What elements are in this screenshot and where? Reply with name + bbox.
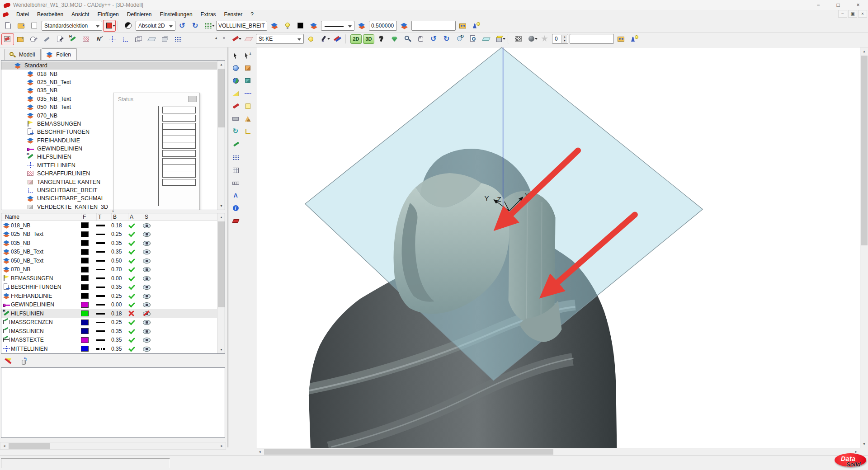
hidden-line-icon[interactable] [120,34,132,45]
orbit-zoom-icon[interactable] [454,33,466,44]
mdi-restore-button[interactable]: ▣ [848,10,857,18]
edit-icon[interactable] [41,34,53,45]
color-swatch[interactable] [81,267,89,273]
linetype-preview[interactable] [96,330,105,332]
clear-messages-icon[interactable] [3,356,14,367]
table-row[interactable]: 035_NB 0.35 [1,239,225,248]
apply-color-icon[interactable] [308,20,320,31]
scroll-right-icon[interactable]: ▸ [218,442,226,449]
visibility-mark[interactable] [143,319,150,325]
visibility-mark[interactable] [143,231,150,237]
visibility-mark[interactable] [143,240,150,246]
linetype-field[interactable]: VOLLLINIE_BREIT [216,21,267,31]
select-add-icon[interactable] [242,50,254,61]
tree-item[interactable]: 025_NB_Text [1,78,225,86]
scale-icon[interactable] [230,178,241,189]
menu-item[interactable]: Ansicht [67,10,93,19]
menu-item[interactable]: Fenster [220,10,247,19]
table-row[interactable] [1,353,225,354]
table-row[interactable]: 070_NB 0.70 [1,265,225,274]
tree-scrollbar[interactable]: ▴ ▾ [217,61,225,210]
active-mark[interactable] [128,328,135,334]
scroll-thumb[interactable] [218,69,225,127]
scroll-down-icon[interactable]: ▾ [860,440,868,448]
scroll-down-icon[interactable]: ▾ [217,202,225,210]
raster-icon[interactable] [172,34,184,45]
tree-root-row[interactable]: Standard [1,61,225,70]
sketch-tool-icon[interactable] [331,33,343,44]
detail-spinner[interactable]: 0 [552,34,568,44]
line-width-field[interactable]: 0.500000 [369,21,397,31]
undo-icon[interactable] [177,20,189,31]
table-row[interactable]: MASSLINIEN 0.35 [1,327,225,336]
extra-field[interactable] [411,21,456,31]
visibility-mark[interactable] [143,258,150,264]
active-mark[interactable] [128,258,135,264]
new-file-icon[interactable] [2,20,14,31]
menu-item[interactable]: Extras [197,10,220,19]
panel-undock-icon[interactable]: ◂ [212,34,219,41]
restore-deleted-icon[interactable] [18,356,30,367]
active-mark[interactable] [128,337,135,343]
menu-item[interactable]: Definieren [123,10,156,19]
maximize-button[interactable]: □ [828,0,848,10]
mesh-display-icon[interactable] [513,33,524,44]
scroll-left-icon[interactable]: ◂ [256,448,264,455]
snap-corner-icon[interactable] [242,126,254,137]
scroll-thumb[interactable] [9,443,50,449]
selection-mode-combo[interactable]: Standardselektion [42,21,102,31]
quick-line-icon[interactable] [94,34,105,45]
viewport-vscrollbar[interactable]: ▴ ▾ [860,47,868,448]
fill-mode-icon[interactable] [123,20,134,31]
message-area[interactable] [1,367,225,438]
active-mark[interactable] [128,275,135,282]
linetype-preview[interactable] [96,242,105,244]
mdi-minimize-button[interactable]: − [838,10,847,18]
active-mark[interactable] [128,319,135,325]
linetype-preview[interactable] [96,295,105,297]
info-icon[interactable] [230,203,241,214]
pyramid-icon[interactable] [242,113,254,125]
highlight-icon[interactable] [282,20,293,31]
column-t[interactable]: T [96,213,111,221]
table-row[interactable]: BESCHRIFTUNGEN 0.35 [1,283,225,292]
linetype-preview[interactable] [96,251,105,253]
shaded-view-icon[interactable] [389,33,401,44]
column-a[interactable]: A [128,213,143,221]
visibility-mark[interactable] [143,249,150,255]
history-edit-icon[interactable] [28,34,40,45]
linetype-preview[interactable] [96,277,105,279]
table-row[interactable]: BEMASSUNGEN 0.00 [1,274,225,283]
status-popup-button[interactable] [188,96,197,102]
color-swatch[interactable] [81,328,89,334]
new-drawing-icon[interactable] [28,20,40,31]
color-swatch[interactable] [81,249,89,255]
viewport-hscrollbar[interactable]: ◂ ▸ [256,448,860,456]
wireframe-icon[interactable] [133,34,145,45]
point-grid-icon[interactable] [230,152,241,164]
minimize-button[interactable]: − [808,0,828,10]
linetype-preview[interactable] [96,304,105,306]
centerline-icon[interactable] [107,34,118,45]
color-swatch[interactable] [81,222,89,228]
table-row[interactable]: MASSGRENZEN 0.25 [1,318,225,327]
active-mark[interactable] [128,231,135,237]
shaded-globe-icon[interactable] [230,75,241,87]
material-icon[interactable] [526,33,538,44]
new-folder-icon[interactable] [15,34,27,45]
line-color-swatch[interactable] [295,20,307,31]
plane-icon[interactable] [146,34,158,45]
active-mark[interactable] [128,346,135,352]
delete-layer-icon[interactable] [2,34,14,45]
table-row[interactable]: 050_NB_Text 0.50 [1,256,225,265]
favorites-icon[interactable] [539,33,551,44]
table-row[interactable]: 018_NB 0.18 [1,221,225,230]
erase-icon[interactable] [230,216,241,227]
model-viewport[interactable]: Y Z X [256,47,860,448]
visibility-mark[interactable] [143,275,150,282]
tab-modell[interactable]: Modell [5,49,41,60]
scroll-thumb[interactable] [264,449,553,455]
mdi-close-button[interactable]: × [858,10,867,18]
menu-item[interactable]: ? [246,10,258,19]
library-icon[interactable] [457,20,469,31]
